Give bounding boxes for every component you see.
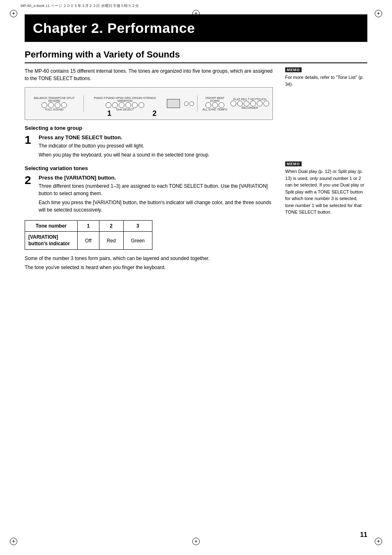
table-header-1: 1 bbox=[77, 221, 99, 232]
table-row-1: [VARIATION]button's indicator Off Red Gr… bbox=[25, 232, 152, 250]
kbd-circles-2 bbox=[106, 102, 144, 108]
kbd-circle-17 bbox=[237, 101, 243, 106]
kbd-num-1: 1 bbox=[107, 109, 111, 118]
step-desc-1a: The indicator of the button you pressed … bbox=[39, 142, 273, 150]
tone-table: Tone number 1 2 3 [VARIATION]button's in… bbox=[25, 220, 152, 250]
step-block-2: 2 Press the [VARIATION] button. Three di… bbox=[25, 175, 273, 215]
kbd-label-1: BALANCE TRANSPOSE SPLIT REVERB bbox=[28, 97, 80, 102]
step-desc-2a: Three different tones (numbered 1–3) are… bbox=[39, 182, 273, 197]
kbd-circle-20 bbox=[257, 101, 263, 106]
after-table-text-1: Some of the number 3 tones form pairs, w… bbox=[25, 255, 273, 262]
memo-label-1: MEMO bbox=[285, 67, 367, 72]
kbd-circle-19 bbox=[250, 101, 256, 106]
step-block-1: 1 Press any TONE SELECT button. The indi… bbox=[25, 134, 273, 160]
kbd-circle-2 bbox=[48, 102, 54, 108]
kbd-circle-3 bbox=[55, 102, 60, 108]
intro-text: The MP-60 contains 15 different internal… bbox=[25, 67, 273, 82]
kbd-circle-5 bbox=[106, 102, 111, 108]
kbd-circle-16 bbox=[231, 101, 236, 106]
kbd-group-3 bbox=[184, 101, 194, 106]
kbd-label-2: PIANO F.PIANO HPSD.ORG ORGAN STRINGS VAR… bbox=[87, 97, 163, 102]
kbd-group-5: FLAT REC T KEYTOUCH RECORDER bbox=[231, 98, 269, 109]
kbd-circle-9 bbox=[132, 102, 138, 108]
kbd-divider-1 bbox=[83, 95, 84, 112]
kbd-label-5: FLAT REC T KEYTOUCH bbox=[233, 98, 266, 101]
kbd-circle-1 bbox=[42, 102, 47, 108]
reg-mark-tl bbox=[10, 10, 17, 17]
step-content-2: Press the [VARIATION] button. Three diff… bbox=[39, 175, 273, 215]
memo-box-2: MEMO When Dual play (p. 12) or Split pla… bbox=[285, 161, 367, 216]
step-number-1: 1 bbox=[25, 134, 35, 146]
kbd-rect bbox=[167, 99, 180, 108]
table-header-0: Tone number bbox=[25, 221, 78, 232]
top-bar: MP-60_e.book 11 ページ ２００５年３月２３日 水曜日 午後５時５… bbox=[0, 0, 392, 10]
chapter-heading: Chapter 2. Performance bbox=[25, 14, 367, 42]
kbd-circle-6 bbox=[112, 102, 118, 108]
table-cell-off: Off bbox=[77, 232, 99, 250]
kbd-annotations: 1 2 bbox=[107, 108, 157, 118]
subsection-heading-1: Selecting a tone group bbox=[25, 125, 273, 131]
after-table-text-2: The tone you've selected is heard when y… bbox=[25, 264, 273, 271]
kbd-label-4: ON/OFF BEAT DOWN bbox=[201, 97, 229, 102]
kbd-circles-4 bbox=[205, 102, 224, 108]
table-cell-label: [VARIATION]button's indicator bbox=[25, 232, 78, 250]
kbd-circles-5 bbox=[231, 101, 269, 106]
step-desc-2b: Each time you press the [VARIATION] butt… bbox=[39, 199, 273, 214]
reg-mark-bl bbox=[10, 538, 17, 545]
kbd-circle-11 bbox=[184, 101, 189, 106]
table-header-3: 3 bbox=[123, 221, 152, 232]
kbd-circle-15 bbox=[219, 102, 224, 108]
section-title: Performing with a Variety of Sounds bbox=[25, 49, 367, 63]
kbd-circles-3 bbox=[184, 101, 194, 106]
table-cell-red: Red bbox=[99, 232, 123, 250]
memo-label-2: MEMO bbox=[285, 161, 367, 166]
kbd-circle-10 bbox=[138, 102, 144, 108]
step-action-2: Press the [VARIATION] button. bbox=[39, 175, 273, 181]
kbd-circle-13 bbox=[205, 102, 211, 108]
kbd-circles-1 bbox=[42, 102, 67, 108]
kbd-circle-8 bbox=[125, 102, 131, 108]
reg-mark-bm bbox=[192, 538, 200, 545]
kbd-divider-2 bbox=[197, 95, 198, 112]
reg-mark-br bbox=[375, 538, 382, 545]
memo-icon-1: MEMO bbox=[285, 67, 302, 72]
step-action-1: Press any TONE SELECT button. bbox=[39, 134, 273, 140]
content-area: Chapter 2. Performance Performing with a… bbox=[0, 10, 392, 289]
kbd-display bbox=[167, 99, 180, 108]
kbd-circle-4 bbox=[61, 102, 67, 108]
keyboard-diagram: BALANCE TRANSPOSE SPLIT REVERB FULL SOUN… bbox=[25, 87, 273, 120]
table-header-2: 2 bbox=[99, 221, 123, 232]
memo-icon-2: MEMO bbox=[285, 161, 302, 166]
left-col: The MP-60 contains 15 different internal… bbox=[25, 67, 281, 273]
right-col: MEMO For more details, refer to "Tone Li… bbox=[281, 67, 367, 273]
kbd-circle-12 bbox=[189, 101, 194, 106]
kbd-sublabel-5: RECORDER bbox=[242, 106, 258, 109]
memo-text-2: When Dual play (p. 12) or Split play (p.… bbox=[285, 168, 367, 216]
kbd-circle-14 bbox=[212, 102, 218, 108]
kbd-num-2: 2 bbox=[152, 109, 157, 118]
reg-mark-tm bbox=[192, 10, 200, 17]
table-cell-green: Green bbox=[123, 232, 152, 250]
memo-box-1: MEMO For more details, refer to "Tone Li… bbox=[285, 67, 367, 88]
kbd-circle-18 bbox=[244, 101, 249, 106]
step-number-2: 2 bbox=[25, 175, 35, 186]
kbd-sublabel-4: ALL SYNC TEMPO bbox=[203, 108, 227, 111]
chapter-title: Chapter 2. Performance bbox=[33, 20, 359, 36]
kbd-sublabel-1: FULL SOUND bbox=[45, 108, 63, 111]
reg-mark-tr bbox=[375, 10, 382, 17]
page-number: 11 bbox=[360, 531, 367, 539]
page: MP-60_e.book 11 ページ ２００５年３月２３日 水曜日 午後５時５… bbox=[0, 0, 392, 555]
kbd-circle-21 bbox=[263, 101, 269, 106]
kbd-circle-7 bbox=[119, 102, 125, 108]
step-desc-1b: When you play the keyboard, you will hea… bbox=[39, 151, 273, 159]
kbd-group-4: ON/OFF BEAT DOWN ALL SYNC TEMPO bbox=[201, 97, 229, 111]
main-layout: The MP-60 contains 15 different internal… bbox=[25, 67, 367, 273]
kbd-group-1: BALANCE TRANSPOSE SPLIT REVERB FULL SOUN… bbox=[28, 97, 80, 111]
memo-text-1: For more details, refer to "Tone List" (… bbox=[285, 74, 367, 88]
subsection-heading-2: Selecting variation tones bbox=[25, 165, 273, 171]
step-content-1: Press any TONE SELECT button. The indica… bbox=[39, 134, 273, 160]
